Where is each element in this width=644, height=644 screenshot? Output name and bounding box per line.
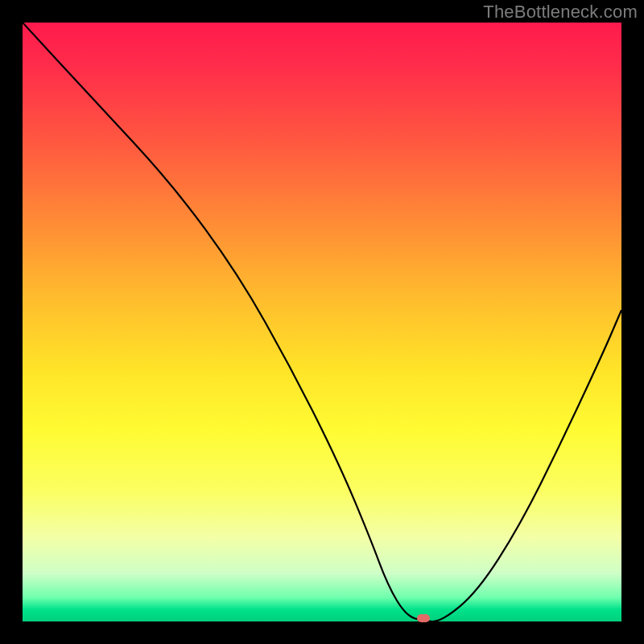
- chart-frame: TheBottleneck.com: [0, 0, 644, 644]
- optimum-marker: [417, 614, 430, 622]
- curve-svg: [23, 23, 621, 621]
- plot-area: [23, 23, 621, 621]
- bottleneck-curve: [23, 23, 621, 621]
- watermark-text: TheBottleneck.com: [483, 2, 638, 23]
